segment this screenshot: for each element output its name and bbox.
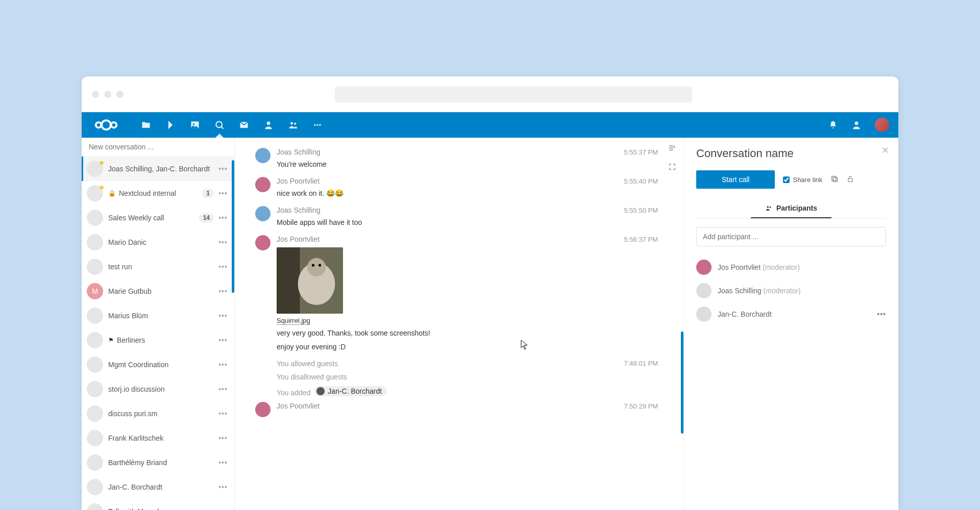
top-nav bbox=[141, 120, 323, 130]
copy-link-icon[interactable] bbox=[830, 175, 839, 185]
more-apps-icon[interactable] bbox=[312, 120, 323, 130]
attachment[interactable]: Squirrel.jpg bbox=[277, 247, 343, 325]
conversation-more-icon[interactable]: ••• bbox=[217, 238, 229, 246]
flag-icon: ⚑ bbox=[108, 337, 114, 344]
conversation-item[interactable]: Talk with Marcel••• bbox=[82, 499, 234, 510]
message-text: very very good. Thanks, took some screen… bbox=[277, 328, 663, 339]
conversation-item[interactable]: ⚑Berliners••• bbox=[82, 328, 234, 352]
conversation-avatar bbox=[87, 479, 103, 495]
traffic-minimize[interactable] bbox=[104, 91, 111, 98]
contacts-menu-icon[interactable] bbox=[851, 120, 862, 130]
chat-message: Joas Schilling5:55:50 PMMobile apps will… bbox=[255, 206, 663, 228]
conversation-more-icon[interactable]: ••• bbox=[217, 165, 229, 173]
conversation-item[interactable]: discuss puri.sm••• bbox=[82, 401, 234, 426]
conversation-item[interactable]: Marius Blüm••• bbox=[82, 303, 234, 328]
lock-icon[interactable] bbox=[847, 175, 854, 185]
share-link-checkbox[interactable] bbox=[783, 176, 790, 183]
message-sender: Joas Schilling bbox=[277, 206, 321, 214]
browser-chrome bbox=[82, 76, 898, 112]
add-participant-field[interactable] bbox=[696, 227, 886, 246]
conversation-item[interactable]: Mario Danic••• bbox=[82, 230, 234, 254]
toggle-sidebar-icon[interactable] bbox=[668, 144, 676, 154]
conversation-more-icon[interactable]: ••• bbox=[217, 410, 229, 418]
traffic-close[interactable] bbox=[92, 91, 99, 98]
svg-point-10 bbox=[314, 124, 315, 125]
conversation-label: Jan-C. Borchardt bbox=[108, 483, 217, 491]
participant-row[interactable]: Jos Poortvliet (moderator) bbox=[696, 256, 886, 279]
user-chip[interactable]: Jan-C. Borchardt bbox=[314, 386, 387, 396]
mail-icon[interactable] bbox=[239, 120, 249, 130]
conversation-item[interactable]: ★Joas Schilling, Jan-C. Borchardt••• bbox=[82, 157, 234, 181]
app-topbar bbox=[82, 112, 898, 138]
chat-body[interactable]: Joas Schilling5:55:37 PMYou're welcomeJo… bbox=[235, 138, 683, 510]
unread-badge: 14 bbox=[199, 213, 214, 222]
conversation-more-icon[interactable]: ••• bbox=[217, 458, 229, 467]
participant-row[interactable]: Jan-C. Borchardt••• bbox=[696, 302, 886, 326]
share-link-toggle[interactable]: Share link bbox=[783, 176, 822, 184]
talk-icon[interactable] bbox=[214, 120, 225, 130]
start-call-button[interactable]: Start call bbox=[696, 170, 775, 189]
message-avatar bbox=[255, 402, 271, 417]
add-participant-input[interactable] bbox=[703, 233, 879, 241]
conversation-avatar bbox=[87, 210, 103, 226]
conversation-more-icon[interactable]: ••• bbox=[217, 336, 229, 344]
system-message: You added Jan-C. Borchardt bbox=[277, 386, 663, 397]
message-avatar bbox=[255, 148, 271, 163]
attachment-thumbnail[interactable] bbox=[277, 247, 343, 314]
gallery-icon[interactable] bbox=[190, 120, 200, 130]
system-message: You disallowed guests bbox=[277, 373, 663, 381]
conversation-more-icon[interactable]: ••• bbox=[217, 434, 229, 442]
conversation-label: Joas Schilling, Jan-C. Borchardt bbox=[108, 165, 217, 173]
conversation-more-icon[interactable]: ••• bbox=[217, 287, 229, 295]
attachment-filename[interactable]: Squirrel.jpg bbox=[277, 317, 310, 325]
message-avatar bbox=[255, 235, 271, 250]
svg-point-0 bbox=[96, 122, 102, 128]
user-avatar[interactable] bbox=[875, 118, 889, 132]
svg-point-4 bbox=[193, 123, 194, 125]
tab-participants[interactable]: Participants bbox=[751, 199, 831, 218]
new-conversation-field[interactable] bbox=[82, 138, 234, 157]
conversation-item[interactable]: Sales Weekly call14••• bbox=[82, 206, 234, 230]
url-bar[interactable] bbox=[335, 86, 692, 103]
conversation-avatar bbox=[87, 234, 103, 250]
conversation-list: ★Joas Schilling, Jan-C. Borchardt•••★🔒Ne… bbox=[82, 157, 234, 510]
activity-icon[interactable] bbox=[165, 120, 176, 130]
svg-point-1 bbox=[102, 120, 111, 130]
conversation-avatar bbox=[87, 356, 103, 373]
conversation-item[interactable]: Mgmt Coordination••• bbox=[82, 352, 234, 377]
conversation-more-icon[interactable]: ••• bbox=[217, 263, 229, 271]
chat-scrollbar[interactable] bbox=[681, 332, 683, 434]
sidebar-scrollbar[interactable] bbox=[232, 160, 234, 293]
groups-icon[interactable] bbox=[288, 120, 298, 130]
traffic-maximize[interactable] bbox=[116, 91, 124, 98]
new-conversation-input[interactable] bbox=[89, 143, 227, 151]
conversation-more-icon[interactable]: ••• bbox=[217, 312, 229, 320]
conversation-item[interactable]: Barthélémy Briand••• bbox=[82, 450, 234, 475]
conversation-more-icon[interactable]: ••• bbox=[217, 483, 229, 491]
conversation-label: storj.io discussion bbox=[108, 385, 217, 393]
participant-more-icon[interactable]: ••• bbox=[877, 310, 886, 318]
conversation-item[interactable]: Frank Karlitschek••• bbox=[82, 426, 234, 450]
conversation-item[interactable]: MMarie Gutbub••• bbox=[82, 279, 234, 303]
conversation-more-icon[interactable]: ••• bbox=[217, 214, 229, 222]
close-icon[interactable]: ✕ bbox=[881, 145, 889, 156]
conversation-more-icon[interactable]: ••• bbox=[217, 361, 229, 369]
fullscreen-icon[interactable] bbox=[668, 163, 676, 172]
files-icon[interactable] bbox=[141, 120, 151, 130]
conversation-item[interactable]: test run••• bbox=[82, 254, 234, 279]
svg-point-17 bbox=[307, 258, 326, 276]
svg-point-23 bbox=[767, 206, 769, 208]
conversation-label: Barthélémy Briand bbox=[108, 458, 217, 467]
conversation-more-icon[interactable]: ••• bbox=[217, 385, 229, 393]
participant-row[interactable]: Joas Schilling (moderator) bbox=[696, 279, 886, 302]
svg-point-2 bbox=[111, 122, 117, 128]
conversation-more-icon[interactable]: ••• bbox=[217, 507, 229, 510]
conversation-more-icon[interactable]: ••• bbox=[217, 189, 229, 197]
conversation-item[interactable]: ★🔒Nextcloud internal1••• bbox=[82, 181, 234, 206]
nextcloud-logo[interactable] bbox=[91, 117, 121, 133]
conversation-item[interactable]: Jan-C. Borchardt••• bbox=[82, 475, 234, 499]
contacts-icon[interactable] bbox=[263, 120, 274, 130]
conversation-item[interactable]: storj.io discussion••• bbox=[82, 377, 234, 401]
participant-name: Joas Schilling bbox=[718, 287, 762, 295]
notifications-icon[interactable] bbox=[828, 120, 838, 130]
